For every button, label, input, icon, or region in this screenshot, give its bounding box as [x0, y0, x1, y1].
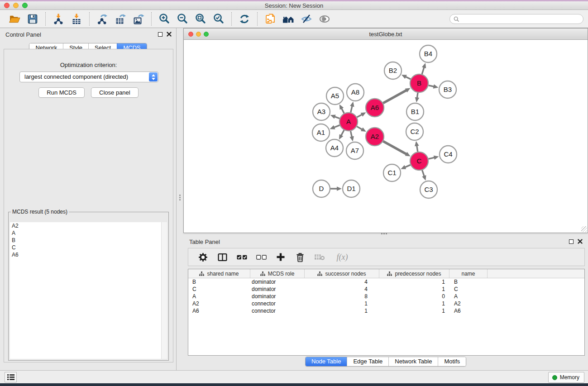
- delete-column-button[interactable]: [293, 250, 307, 264]
- import-network-button[interactable]: [49, 12, 67, 26]
- table-cell[interactable]: A2: [188, 300, 250, 307]
- tab-edge-table[interactable]: Edge Table: [347, 357, 388, 366]
- table-cell[interactable]: A: [188, 293, 250, 300]
- column-header-MCDS-role[interactable]: MCDS role: [250, 269, 305, 278]
- task-history-button[interactable]: [5, 372, 17, 382]
- export-network-button[interactable]: [93, 12, 111, 26]
- graph-edge-C-C2[interactable]: [417, 145, 418, 152]
- mcds-result-item[interactable]: C: [10, 244, 161, 251]
- table-cell[interactable]: 0: [379, 293, 449, 300]
- window-resize-grip[interactable]: [581, 226, 587, 232]
- close-window-button[interactable]: [4, 3, 10, 8]
- open-file-button[interactable]: [5, 12, 24, 26]
- table-cell[interactable]: 1: [379, 278, 449, 286]
- function-builder-button[interactable]: f(x): [332, 250, 352, 264]
- close-panel-icon[interactable]: [167, 32, 172, 37]
- graph-edge-A-A1[interactable]: [334, 125, 340, 128]
- table-cell[interactable]: dominator: [250, 293, 305, 300]
- delete-table-button[interactable]: [313, 250, 326, 264]
- table-cell[interactable]: 8: [305, 293, 379, 300]
- table-cell[interactable]: C: [449, 286, 488, 293]
- table-cell[interactable]: 4: [305, 278, 379, 286]
- table-cell[interactable]: dominator: [250, 286, 305, 293]
- close-panel-icon[interactable]: [578, 239, 583, 244]
- tab-motifs[interactable]: Motifs: [438, 357, 466, 366]
- export-table-button[interactable]: [111, 12, 129, 26]
- network-window-titlebar[interactable]: testGlobe.txt: [184, 29, 588, 40]
- float-panel-icon[interactable]: [158, 32, 163, 37]
- export-image-button[interactable]: [129, 12, 148, 26]
- zoom-out-button[interactable]: [173, 12, 191, 26]
- table-cell[interactable]: A: [449, 293, 488, 300]
- split-columns-button[interactable]: [215, 250, 229, 264]
- network-canvas[interactable]: B4B2BB3A8A5A6A3B1AC2A1A2A4A7C4CC1C3DD1: [184, 40, 588, 233]
- table-cell[interactable]: connector: [250, 307, 305, 315]
- graph-edge-A-A4[interactable]: [341, 130, 344, 136]
- zoom-fit-button[interactable]: [191, 12, 210, 26]
- graph-edge-C-C1[interactable]: [405, 165, 411, 167]
- tab-network-table[interactable]: Network Table: [388, 357, 438, 366]
- table-row[interactable]: Bdominator41B: [188, 278, 584, 286]
- table-row[interactable]: A6connector11A6: [188, 307, 584, 315]
- mcds-result-item[interactable]: A6: [10, 251, 161, 258]
- graph-edge-A2-C[interactable]: [383, 141, 406, 154]
- table-cell[interactable]: 1: [305, 307, 379, 315]
- float-panel-icon[interactable]: [569, 239, 574, 244]
- table-cell[interactable]: B: [449, 278, 488, 286]
- vertical-split-handle[interactable]: [179, 195, 181, 196]
- table-row[interactable]: Adominator80A: [188, 293, 584, 300]
- mcds-result-item[interactable]: A: [10, 229, 161, 237]
- table-cell[interactable]: A6: [449, 307, 488, 315]
- table-cell[interactable]: 1: [379, 307, 449, 315]
- column-header-predecessor-nodes[interactable]: predecessor nodes: [379, 269, 449, 278]
- save-session-button[interactable]: [24, 12, 42, 26]
- mcds-result-item[interactable]: B: [10, 237, 161, 244]
- graph-edge-A-A5[interactable]: [341, 108, 344, 114]
- zoom-window-button[interactable]: [22, 3, 28, 8]
- table-cell[interactable]: B: [188, 278, 250, 286]
- minimize-window-button[interactable]: [13, 3, 19, 8]
- graph-edge-B-B4[interactable]: [422, 67, 424, 74]
- duplicate-network-button[interactable]: [261, 12, 279, 26]
- add-column-button[interactable]: [274, 250, 287, 264]
- tab-node-table[interactable]: Node Table: [306, 357, 347, 366]
- graph-edge-B-B3[interactable]: [428, 86, 434, 87]
- show-graphics-details-button[interactable]: [316, 12, 334, 26]
- close-panel-button[interactable]: Close panel: [91, 87, 139, 98]
- table-cell[interactable]: 1: [379, 300, 449, 307]
- graph-edge-A-A2[interactable]: [357, 126, 363, 129]
- table-cell[interactable]: 1: [379, 286, 449, 293]
- network-minimize-button[interactable]: [196, 32, 201, 37]
- column-header-name[interactable]: name: [449, 269, 488, 278]
- criterion-dropdown[interactable]: largest connected component (directed): [19, 71, 158, 82]
- table-cell[interactable]: A6: [188, 307, 250, 315]
- table-cell[interactable]: 1: [305, 300, 379, 307]
- table-row[interactable]: A2connector11A2: [188, 300, 584, 307]
- network-zoom-button[interactable]: [204, 32, 209, 37]
- result-list-scrollbar[interactable]: [161, 222, 167, 359]
- horizontal-split-handle[interactable]: [381, 233, 382, 234]
- graph-edge-C-C4[interactable]: [428, 157, 435, 159]
- search-input[interactable]: [461, 15, 583, 23]
- table-cell[interactable]: dominator: [250, 278, 305, 286]
- clear-checkboxes-button[interactable]: [254, 250, 268, 264]
- mcds-result-item[interactable]: A2: [10, 222, 161, 229]
- select-all-checkboxes-button[interactable]: [235, 250, 249, 264]
- graph-edge-A-A8[interactable]: [351, 105, 353, 112]
- zoom-selected-button[interactable]: [210, 12, 228, 26]
- home-button[interactable]: [279, 12, 297, 26]
- table-cell[interactable]: 4: [305, 286, 379, 293]
- zoom-in-button[interactable]: [155, 12, 173, 26]
- run-mcds-button[interactable]: Run MCDS: [38, 87, 85, 98]
- hide-annotations-button[interactable]: [297, 12, 316, 26]
- refresh-layout-button[interactable]: [235, 12, 253, 26]
- table-row[interactable]: Cdominator41C: [188, 286, 584, 293]
- graph-edge-B-B2[interactable]: [405, 76, 411, 79]
- graph-edge-A-A6[interactable]: [357, 114, 363, 117]
- table-settings-button[interactable]: [196, 250, 210, 264]
- graph-edge-A-A7[interactable]: [350, 131, 352, 138]
- table-cell[interactable]: connector: [250, 300, 305, 307]
- column-header-successor-nodes[interactable]: successor nodes: [305, 269, 379, 278]
- table-cell[interactable]: C: [188, 286, 250, 293]
- graph-edge-A6-B[interactable]: [383, 90, 406, 103]
